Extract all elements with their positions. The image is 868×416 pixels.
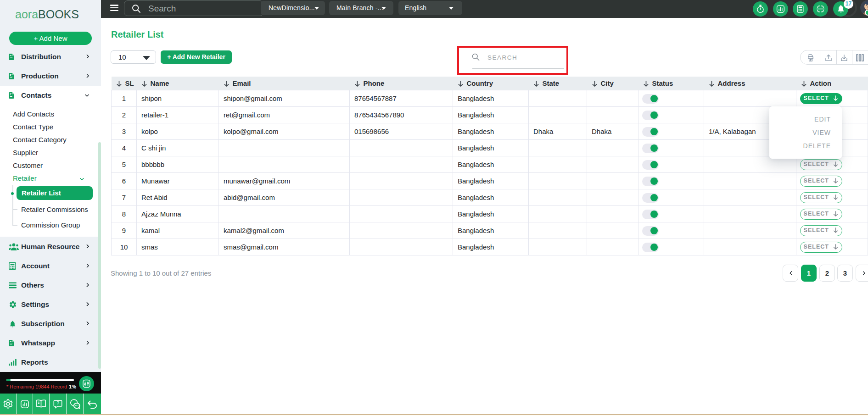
svg-text:?: ? <box>56 401 59 406</box>
